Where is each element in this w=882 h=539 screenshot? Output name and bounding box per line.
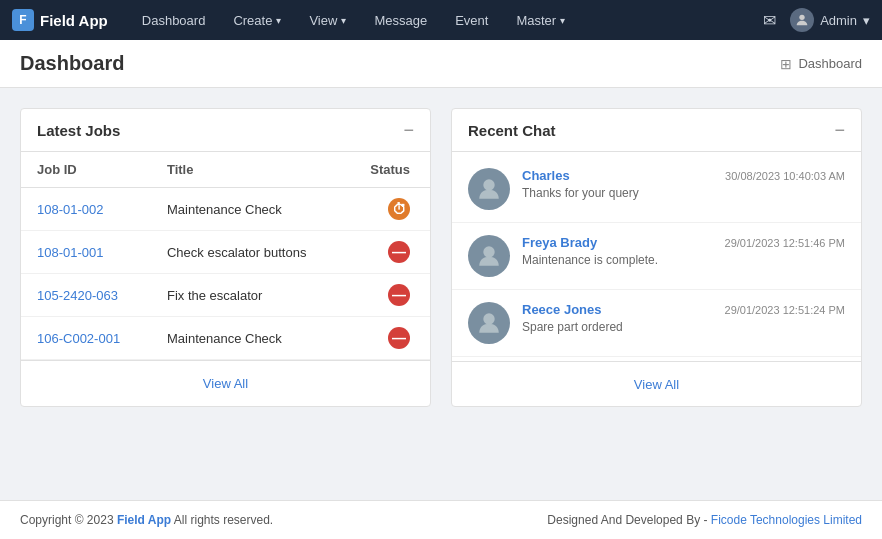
- chevron-down-icon: ▾: [276, 15, 281, 26]
- chevron-down-icon: ▾: [863, 13, 870, 28]
- chat-body: Charles 30/08/2023 10:40:03 AM Thanks fo…: [522, 168, 845, 200]
- chat-body: Reece Jones 29/01/2023 12:51:24 PM Spare…: [522, 302, 845, 334]
- chat-item[interactable]: Freya Brady 29/01/2023 12:51:46 PM Maint…: [452, 223, 861, 290]
- chat-preview: Maintenance is complete.: [522, 253, 845, 267]
- jobs-view-all-row: View All: [21, 360, 430, 405]
- chat-name: Charles: [522, 168, 570, 183]
- mail-icon[interactable]: ✉: [763, 11, 776, 30]
- chat-time: 29/01/2023 12:51:46 PM: [725, 237, 845, 249]
- recent-chat-card: Recent Chat − Charles 30/08/2023 10:40:0…: [451, 108, 862, 407]
- job-status-cell: —: [345, 274, 431, 317]
- recent-chat-title: Recent Chat: [468, 122, 556, 139]
- chevron-down-icon: ▾: [560, 15, 565, 26]
- brand-name: Field App: [40, 12, 108, 29]
- brand[interactable]: F Field App: [12, 9, 108, 31]
- nav-right: ✉ Admin ▾: [763, 8, 870, 32]
- col-status: Status: [345, 152, 431, 188]
- nav-item-event[interactable]: Event: [441, 0, 502, 40]
- page-header: Dashboard ⊞ Dashboard: [0, 40, 882, 88]
- chat-name: Reece Jones: [522, 302, 602, 317]
- latest-jobs-title: Latest Jobs: [37, 122, 120, 139]
- table-row: 108-01-001 Check escalator buttons —: [21, 231, 430, 274]
- chat-item[interactable]: Reece Jones 29/01/2023 12:51:24 PM Spare…: [452, 290, 861, 357]
- latest-jobs-header: Latest Jobs −: [21, 109, 430, 152]
- chat-view-all-link[interactable]: View All: [634, 377, 679, 392]
- user-menu[interactable]: Admin ▾: [790, 8, 870, 32]
- table-row: 106-C002-001 Maintenance Check —: [21, 317, 430, 360]
- chat-minimize-button[interactable]: −: [834, 121, 845, 139]
- svg-point-3: [483, 313, 494, 324]
- job-status-cell: —: [345, 317, 431, 360]
- job-title-cell: Maintenance Check: [151, 317, 345, 360]
- job-title-cell: Check escalator buttons: [151, 231, 345, 274]
- breadcrumb: ⊞ Dashboard: [780, 56, 862, 72]
- svg-point-1: [483, 179, 494, 190]
- job-id-cell: 106-C002-001: [21, 317, 151, 360]
- chat-top: Freya Brady 29/01/2023 12:51:46 PM: [522, 235, 845, 250]
- jobs-view-all-link[interactable]: View All: [203, 376, 248, 391]
- job-id-link[interactable]: 106-C002-001: [37, 331, 120, 346]
- job-title-cell: Maintenance Check: [151, 188, 345, 231]
- chat-time: 30/08/2023 10:40:03 AM: [725, 170, 845, 182]
- chat-avatar: [468, 302, 510, 344]
- nav-links: Dashboard Create ▾ View ▾ Message Event …: [128, 0, 763, 40]
- chat-avatar: [468, 235, 510, 277]
- job-title-cell: Fix the escalator: [151, 274, 345, 317]
- nav-item-create[interactable]: Create ▾: [219, 0, 295, 40]
- status-blocked-icon: —: [388, 327, 410, 349]
- job-id-link[interactable]: 108-01-001: [37, 245, 104, 260]
- job-id-cell: 105-2420-063: [21, 274, 151, 317]
- job-status-cell: —: [345, 231, 431, 274]
- table-row: 105-2420-063 Fix the escalator —: [21, 274, 430, 317]
- job-id-link[interactable]: 108-01-002: [37, 202, 104, 217]
- admin-label: Admin: [820, 13, 857, 28]
- navbar: F Field App Dashboard Create ▾ View ▾ Me…: [0, 0, 882, 40]
- job-id-cell: 108-01-002: [21, 188, 151, 231]
- jobs-table: Job ID Title Status 108-01-002 Maintenan…: [21, 152, 430, 360]
- recent-chat-header: Recent Chat −: [452, 109, 861, 152]
- chat-view-all-row: View All: [452, 361, 861, 406]
- brand-icon: F: [12, 9, 34, 31]
- minimize-button[interactable]: −: [403, 121, 414, 139]
- chat-top: Charles 30/08/2023 10:40:03 AM: [522, 168, 845, 183]
- job-id-cell: 108-01-001: [21, 231, 151, 274]
- table-header-row: Job ID Title Status: [21, 152, 430, 188]
- nav-item-dashboard[interactable]: Dashboard: [128, 0, 220, 40]
- chat-preview: Spare part ordered: [522, 320, 845, 334]
- job-id-link[interactable]: 105-2420-063: [37, 288, 118, 303]
- chat-item[interactable]: Charles 30/08/2023 10:40:03 AM Thanks fo…: [452, 156, 861, 223]
- chat-top: Reece Jones 29/01/2023 12:51:24 PM: [522, 302, 845, 317]
- job-status-cell: ⏱: [345, 188, 431, 231]
- nav-item-view[interactable]: View ▾: [295, 0, 360, 40]
- nav-item-master[interactable]: Master ▾: [502, 0, 579, 40]
- nav-item-message[interactable]: Message: [360, 0, 441, 40]
- chat-body: Freya Brady 29/01/2023 12:51:46 PM Maint…: [522, 235, 845, 267]
- chat-name: Freya Brady: [522, 235, 597, 250]
- svg-point-2: [483, 246, 494, 257]
- chevron-down-icon: ▾: [341, 15, 346, 26]
- breadcrumb-label: Dashboard: [798, 56, 862, 71]
- latest-jobs-card: Latest Jobs − Job ID Title Status 108-01…: [20, 108, 431, 407]
- chat-avatar: [468, 168, 510, 210]
- chat-list: Charles 30/08/2023 10:40:03 AM Thanks fo…: [452, 152, 861, 361]
- status-blocked-icon: —: [388, 284, 410, 306]
- page-title: Dashboard: [20, 52, 124, 75]
- content-area: Latest Jobs − Job ID Title Status 108-01…: [0, 88, 882, 427]
- status-blocked-icon: —: [388, 241, 410, 263]
- svg-point-0: [799, 15, 804, 20]
- status-pending-icon: ⏱: [388, 198, 410, 220]
- table-row: 108-01-002 Maintenance Check ⏱: [21, 188, 430, 231]
- chat-time: 29/01/2023 12:51:24 PM: [725, 304, 845, 316]
- col-title: Title: [151, 152, 345, 188]
- user-avatar-icon: [790, 8, 814, 32]
- home-icon: ⊞: [780, 56, 792, 72]
- col-job-id: Job ID: [21, 152, 151, 188]
- chat-preview: Thanks for your query: [522, 186, 845, 200]
